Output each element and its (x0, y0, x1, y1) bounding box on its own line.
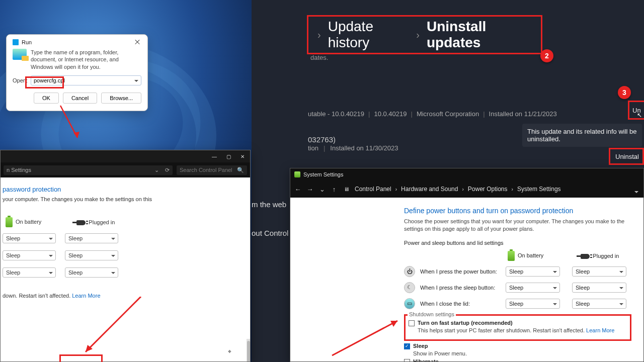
row-label: When I press the sleep button: (420, 285, 501, 291)
learn-more-link[interactable]: Learn More (586, 327, 614, 333)
refresh-icon[interactable]: ⟳ (165, 167, 170, 173)
partial-text: out Control p (252, 229, 295, 237)
partial-text: m the web (252, 200, 286, 209)
chevron-down-icon[interactable]: ⌄ (154, 167, 159, 173)
chevron-right-icon: › (317, 29, 321, 41)
shutdown-settings-highlight: Shutdown settings Turn on fast startup (… (404, 314, 631, 341)
browse-button[interactable]: Browse... (101, 93, 141, 104)
fast-startup-label: Turn on fast startup (recommended) (418, 320, 513, 326)
run-title: Run (22, 39, 32, 45)
shutdown-header: Shutdown settings (408, 311, 456, 317)
on-battery-header: On battery (508, 251, 543, 261)
back-icon[interactable]: ← (294, 186, 301, 193)
run-program-icon (13, 49, 27, 60)
update-row[interactable]: utable - 10.0.40219|10.0.40219|Microsoft… (308, 110, 557, 118)
open-label: Open: (13, 77, 28, 83)
power-select[interactable]: Sleep (65, 267, 118, 278)
annotation-badge: 3 (618, 86, 631, 99)
cursor-icon: ↖ (637, 112, 642, 119)
system-settings-window-right: System Settings ← → ⌄ ↑ 🖥 Control Panel›… (290, 168, 644, 362)
pc-icon: 🖥 (343, 186, 350, 192)
sleep-button-icon: ☾ (404, 282, 415, 293)
close-icon[interactable]: ✕ (238, 153, 247, 159)
power-select[interactable]: Sleep (3, 233, 56, 243)
sleep-desc: Show in Power menu. (413, 350, 631, 356)
minimize-icon[interactable]: — (210, 153, 219, 159)
run-dialog: Run Type the name of a program, folder, … (6, 34, 148, 111)
plugged-in-header: Plugged in (76, 219, 115, 225)
ok-button[interactable]: OK (34, 93, 59, 104)
sleep-checkbox[interactable] (404, 343, 410, 349)
power-select[interactable]: Sleep (65, 233, 118, 243)
sleep-label: Sleep (413, 343, 428, 349)
search-input[interactable]: Search Control Panel 🔍 (177, 165, 247, 175)
breadcrumb-update-history[interactable]: Update history (328, 19, 410, 51)
power-button-icon: ⏻ (404, 266, 415, 277)
on-battery-header: On battery (6, 217, 41, 227)
battery-icon (508, 251, 515, 261)
forward-icon[interactable]: → (306, 186, 313, 193)
fast-startup-checkbox[interactable] (409, 320, 415, 326)
battery-icon (294, 171, 300, 177)
uninstall-confirm-button[interactable]: Uninstal (609, 148, 644, 165)
close-icon[interactable] (134, 39, 141, 46)
section-header: Power and sleep buttons and lid settings (404, 240, 631, 246)
annotation-highlight (59, 354, 103, 362)
power-select[interactable]: Sleep (572, 283, 626, 293)
power-select[interactable]: Sleep (506, 299, 560, 309)
plug-icon (581, 254, 590, 259)
page-desc: Choose the power settings that you want … (404, 218, 631, 233)
section-desc: your computer. The changes you make to t… (3, 196, 245, 202)
power-select[interactable]: Sleep (572, 299, 626, 309)
plug-icon (76, 220, 86, 225)
hibernate-checkbox[interactable] (404, 359, 410, 362)
uninstall-tooltip: This update and its related info will be… (522, 124, 642, 147)
row-label: When I close the lid: (420, 301, 501, 307)
row-label: When I press the power button: (420, 268, 501, 275)
open-combobox[interactable] (31, 75, 141, 85)
power-select[interactable]: Sleep (506, 266, 560, 277)
plugged-in-header: Plugged in (581, 253, 619, 259)
cancel-button[interactable]: Cancel (63, 93, 97, 104)
power-select[interactable]: Sleep (3, 267, 56, 278)
open-input[interactable] (34, 77, 132, 83)
fast-startup-desc: This helps start your PC faster after sh… (418, 327, 627, 333)
run-window-icon (13, 39, 19, 45)
hibernate-label: Hibernate (413, 358, 439, 362)
cursor-icon: ⌖ (228, 348, 231, 355)
scrollbar[interactable] (247, 339, 251, 362)
breadcrumb-uninstall-updates: Uninstall updates (427, 19, 532, 51)
update-row-meta: tion|Installed on 11/30/2023 (308, 144, 398, 152)
power-select[interactable]: Sleep (65, 250, 118, 260)
address-bar[interactable]: n Settings ⌄ ⟳ (4, 165, 173, 175)
section-heading: password protection (3, 186, 245, 193)
footer-text: down. Restart isn't affected. Learn More (3, 293, 245, 299)
up-icon[interactable]: ↑ (331, 186, 338, 193)
power-select[interactable]: Sleep (506, 283, 560, 293)
power-select[interactable]: Sleep (3, 250, 56, 260)
address-crumbs[interactable]: Control Panel› Hardware and Sound› Power… (355, 186, 628, 193)
breadcrumb-highlight: › Update history › Uninstall updates (307, 15, 542, 54)
chevron-down-icon[interactable]: ⌄ (318, 186, 326, 193)
maximize-icon[interactable]: ▢ (224, 153, 233, 159)
system-settings-window-left: — ▢ ✕ n Settings ⌄ ⟳ Search Control Pane… (0, 150, 251, 362)
page-heading: Define power buttons and turn on passwor… (404, 207, 631, 215)
annotation-badge: 2 (540, 49, 553, 62)
battery-icon (6, 217, 13, 227)
update-row-title[interactable]: 032763) (308, 135, 336, 144)
power-select[interactable]: Sleep (572, 266, 626, 277)
learn-more-link[interactable]: Learn More (72, 293, 100, 299)
subtitle-tail: dates. (310, 54, 328, 61)
run-description: Type the name of a program, folder, docu… (31, 49, 141, 70)
crumb-tail: n Settings (7, 167, 31, 173)
lid-icon: ▭ (404, 298, 415, 309)
search-icon: 🔍 (237, 167, 244, 173)
window-title: System Settings (303, 171, 343, 177)
chevron-right-icon: › (416, 29, 420, 41)
